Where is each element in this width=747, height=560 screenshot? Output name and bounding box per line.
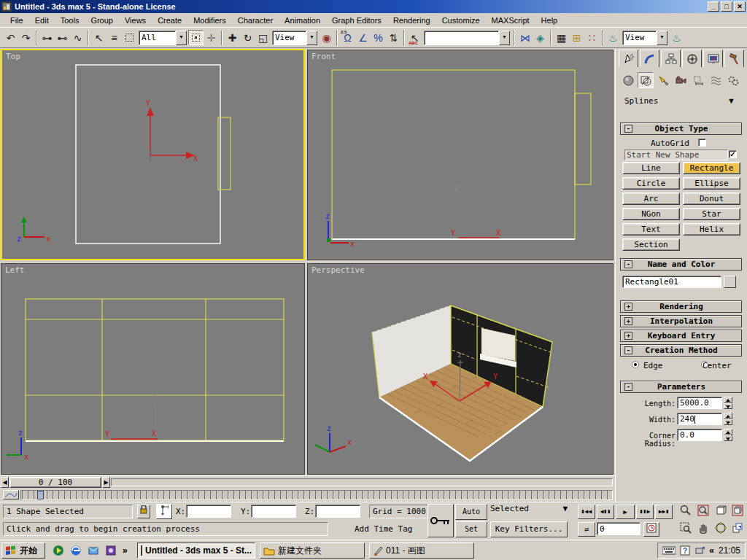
play-animation-icon[interactable]: ▶ [616,505,635,519]
viewport-left-label[interactable]: Left [5,265,25,275]
time-configuration-icon[interactable] [643,522,659,537]
outlook-express-icon[interactable] [86,543,101,558]
align-icon[interactable]: ◈ [533,30,548,45]
object-color-swatch[interactable] [724,276,736,288]
time-slider-track[interactable] [111,478,613,486]
taskbar-task-paint[interactable]: 011 - 画图 [369,542,474,559]
close-button[interactable]: ✕ [734,1,746,12]
select-and-manipulate-icon[interactable]: ✛ [204,30,219,45]
tray-collapse-chevron[interactable]: « [709,545,714,556]
corner-radius-field[interactable]: 0.0 [677,429,722,441]
y-coordinate-field[interactable] [251,505,296,518]
menu-tools[interactable]: Tools [55,15,85,26]
expand-icon[interactable]: + [624,317,632,325]
keyboard-tray-icon[interactable] [662,546,676,555]
width-spinner[interactable] [724,413,732,425]
named-selection-dropdown[interactable]: ▼ [424,31,510,45]
chevron-down-icon[interactable]: ▼ [727,96,740,112]
chevron-down-icon[interactable]: ▼ [657,31,667,45]
menu-customize[interactable]: Customize [436,15,486,26]
creation-method-edge-radio[interactable] [632,361,639,368]
object-type-star-button[interactable]: Star [683,208,740,220]
tab-motion[interactable] [682,50,702,67]
rollout-creation-method[interactable]: - Creation Method [620,344,742,357]
snap-toggle-icon[interactable]: Ω2.5 [340,30,355,45]
menu-animation[interactable]: Animation [279,15,326,26]
next-frame-icon[interactable]: ▮▮▶ [636,505,654,519]
bind-to-space-warp-icon[interactable]: ∿ [70,30,85,45]
select-and-move-icon[interactable]: ✚ [225,30,240,45]
spinner-snap-icon[interactable]: ⇅ [386,30,401,45]
rollout-object-type[interactable]: - Object Type [620,122,742,135]
category-systems-icon[interactable] [725,72,741,88]
start-new-shape-button[interactable]: Start New Shape [624,149,728,160]
object-type-circle-button[interactable]: Circle [622,177,680,190]
menu-rendering[interactable]: Rendering [387,15,436,26]
length-field[interactable]: 5000.0 [677,397,722,409]
region-zoom-icon[interactable] [677,522,694,537]
object-type-arc-button[interactable]: Arc [622,192,680,205]
category-space-warps-icon[interactable] [708,72,724,88]
z-coordinate-field[interactable] [315,505,360,518]
previous-frame-arrow-icon[interactable]: ◀ [1,477,9,488]
tab-utilities[interactable] [724,50,744,67]
rollout-rendering[interactable]: + Rendering [620,300,742,313]
curve-editor-icon[interactable]: ▦ [554,30,569,45]
previous-frame-icon[interactable]: ◀▮▮ [597,505,614,519]
minimize-button[interactable]: _ [708,1,719,12]
select-and-scale-icon[interactable]: ◱ [255,30,271,45]
chevron-down-icon[interactable]: ▼ [562,504,568,520]
tab-modify[interactable] [640,50,659,67]
category-helpers-icon[interactable] [690,72,706,88]
selection-lock-icon[interactable] [137,505,150,518]
display-tray-icon[interactable] [694,545,705,556]
select-by-name-icon[interactable]: ≡ [107,30,122,45]
media-app-icon[interactable] [104,543,118,558]
object-type-donut-button[interactable]: Donut [683,192,740,205]
collapse-icon[interactable]: - [624,383,632,391]
maximize-button[interactable]: □ [721,1,732,12]
selection-filter-dropdown[interactable]: All ▼ [139,31,187,45]
current-frame-field[interactable]: 0 [597,522,640,535]
go-to-start-icon[interactable]: ▮◀◀ [578,505,595,519]
key-filters-button[interactable]: Key Filters... [490,521,568,537]
arc-rotate-icon[interactable] [712,522,729,537]
selection-region-icon[interactable] [122,30,137,45]
angle-snap-icon[interactable]: ∠ [355,30,371,45]
add-time-tag[interactable]: Add Time Tag [355,524,412,534]
category-cameras-icon[interactable] [673,72,689,88]
viewport-left[interactable]: Left Y X z x [1,263,305,475]
pan-hand-icon[interactable] [694,522,712,537]
zoom-extents-all-icon[interactable] [729,505,746,519]
menu-character[interactable]: Character [232,15,279,26]
media-player-icon[interactable] [51,543,66,558]
menu-file[interactable]: File [4,15,29,26]
menu-help[interactable]: Help [535,15,564,26]
rollout-keyboard-entry[interactable]: + Keyboard Entry [620,330,742,342]
time-slider-button[interactable]: 0 / 100 [9,477,101,488]
menu-modifiers[interactable]: Modifiers [187,15,232,26]
viewport-front-label[interactable]: Front [311,52,336,61]
menu-create[interactable]: Create [152,15,187,26]
rollout-parameters[interactable]: - Parameters [620,381,742,393]
zoom-icon[interactable] [677,505,694,519]
reference-coordinate-dropdown[interactable]: View ▼ [272,31,317,45]
category-geometry-icon[interactable] [620,72,636,88]
absolute-offset-toggle-icon[interactable] [156,504,172,519]
edit-named-selections-icon[interactable]: ↖ABC [407,30,422,45]
object-type-text-button[interactable]: Text [622,223,680,236]
menu-views[interactable]: Views [119,15,152,26]
menu-group[interactable]: Group [85,15,119,26]
shape-category-dropdown[interactable]: Splines ▼ [624,96,740,112]
chevron-down-icon[interactable]: ▼ [306,31,317,45]
select-object-icon[interactable]: ↖ [91,30,107,45]
object-type-line-button[interactable]: Line [622,162,680,174]
window-crossing-toggle-icon[interactable] [188,30,204,45]
object-type-ellipse-button[interactable]: Ellipse [683,177,740,190]
material-editor-icon[interactable]: ∷ [584,30,600,45]
go-to-end-icon[interactable]: ▶▶▮ [655,505,673,519]
key-filter-selection-dropdown[interactable]: Selected ▼ [490,504,568,520]
expand-icon[interactable]: + [624,303,632,311]
select-and-rotate-icon[interactable]: ↻ [240,30,255,45]
tab-hierarchy[interactable] [661,50,681,67]
